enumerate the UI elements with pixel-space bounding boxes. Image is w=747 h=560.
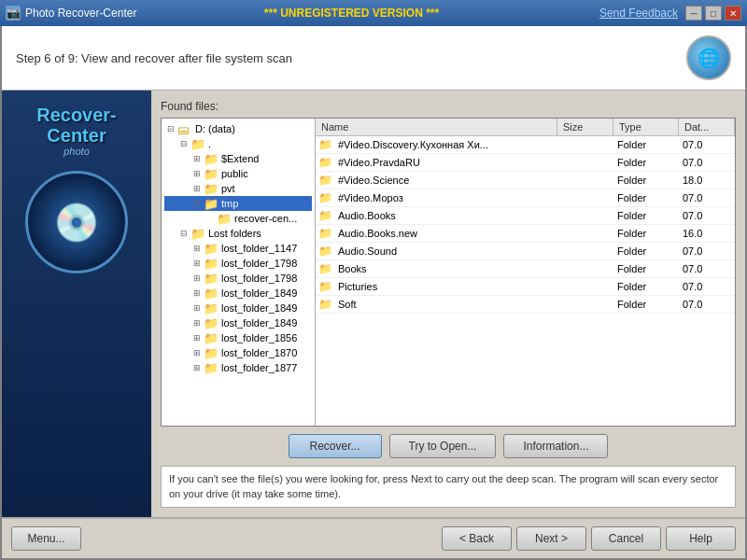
tree-item-label: lost_folder_1856 (221, 332, 297, 343)
expand-icon[interactable] (204, 212, 217, 225)
file-type: Folder (613, 281, 679, 292)
file-row[interactable]: 📁#Video.МорозFolder07.0 (316, 189, 735, 207)
file-row[interactable]: 📁Audio.SoundFolder07.0 (316, 243, 735, 260)
file-row[interactable]: 📁PicturiesFolder07.0 (316, 278, 735, 296)
file-row[interactable]: 📁SoftFolder07.0 (316, 296, 735, 314)
file-type: Folder (613, 263, 679, 274)
recover-button[interactable]: Recover... (289, 434, 382, 458)
file-type: Folder (613, 299, 679, 310)
menu-button[interactable]: Menu... (11, 526, 81, 551)
file-list-panel[interactable]: Name Size Type Dat... 📁#Video.Discovery.… (316, 119, 735, 426)
tree-item[interactable]: ⊞📁lost_folder_1877 (164, 360, 312, 375)
folder-icon: 📁 (204, 362, 218, 373)
file-row[interactable]: 📁Audio.BooksFolder07.0 (316, 207, 735, 225)
file-name: Books (334, 263, 557, 274)
expand-icon[interactable]: ⊟ (177, 137, 190, 150)
file-row[interactable]: 📁#Video.PravdaRUFolder07.0 (316, 154, 735, 172)
send-feedback-link[interactable]: Send Feedback (514, 7, 678, 20)
information-button[interactable]: Information... (503, 434, 608, 458)
file-name: #Video.Discovery.Кухонная Хи... (334, 139, 557, 150)
folder-icon: 📁 (204, 258, 218, 269)
expand-icon[interactable]: ⊞ (190, 182, 204, 195)
tree-item[interactable]: ⊞📁lost_folder_1798 (164, 271, 312, 286)
col-header-size[interactable]: Size (557, 119, 613, 135)
file-row[interactable]: 📁#Video.Discovery.Кухонная Хи...Folder07… (316, 136, 735, 154)
file-icon: 📁 (316, 138, 334, 151)
close-button[interactable]: ✕ (725, 6, 741, 21)
file-icon: 📁 (316, 209, 334, 222)
expand-icon[interactable]: ⊞ (190, 242, 204, 255)
tree-item[interactable]: ⊟📁tmp (164, 196, 312, 211)
registration-status: *** UNREGISTERED VERSION *** (189, 7, 515, 20)
file-date: 07.0 (679, 299, 735, 310)
back-button[interactable]: < Back (442, 526, 512, 551)
expand-icon[interactable]: ⊞ (190, 167, 204, 180)
tree-item[interactable]: ⊞📁lost_folder_1849 (164, 315, 312, 330)
tree-item[interactable]: ⊞📁lost_folder_1870 (164, 345, 312, 360)
tree-item-label: lost_folder_1870 (221, 347, 297, 358)
file-type: Folder (613, 245, 679, 257)
tree-item[interactable]: ⊞📁lost_folder_1856 (164, 330, 312, 345)
expand-icon[interactable]: ⊞ (190, 361, 204, 374)
file-name: Soft (334, 299, 557, 310)
col-header-type[interactable]: Type (613, 119, 679, 135)
expand-icon[interactable]: ⊞ (190, 287, 204, 300)
file-row[interactable]: 📁Audio.Books.newFolder16.0 (316, 225, 735, 243)
expand-icon[interactable]: ⊞ (190, 272, 204, 285)
file-tree-panel[interactable]: ⊟ 🖴 D: (data) ⊟📁.⊞📁$Extend⊞📁public⊞📁pvt⊟… (162, 119, 316, 426)
folder-icon: 📁 (190, 228, 205, 239)
tree-item-label: lost_folder_1877 (221, 362, 297, 373)
folder-icon: 📁 (217, 213, 232, 224)
maximize-button[interactable]: □ (705, 6, 722, 21)
expand-icon[interactable]: ⊟ (177, 227, 190, 240)
folder-icon: 📁 (204, 153, 218, 164)
expand-icon[interactable]: ⊞ (190, 331, 204, 344)
tree-item[interactable]: ⊞📁lost_folder_1849 (164, 286, 312, 301)
expand-icon[interactable]: ⊞ (190, 257, 204, 270)
file-row[interactable]: 📁#Video.ScienceFolder18.0 (316, 172, 735, 189)
file-name: #Video.Science (334, 175, 557, 186)
tree-item-label: Lost folders (208, 228, 261, 239)
file-row[interactable]: 📁BooksFolder07.0 (316, 260, 735, 278)
expand-icon[interactable]: ⊞ (190, 346, 204, 359)
col-header-name[interactable]: Name (316, 119, 557, 135)
tree-item[interactable]: 📁recover-cen... (164, 211, 312, 226)
expand-icon[interactable]: ⊟ (164, 122, 177, 135)
file-date: 07.0 (679, 157, 735, 168)
file-date: 07.0 (679, 139, 735, 150)
file-name: #Video.PravdaRU (334, 157, 557, 168)
col-header-date[interactable]: Dat... (679, 119, 735, 135)
tree-item[interactable]: ⊞📁$Extend (164, 151, 312, 166)
folder-icon: 📁 (204, 243, 218, 254)
tree-item[interactable]: ⊞📁lost_folder_1147 (164, 241, 312, 256)
tree-item[interactable]: ⊞📁lost_folder_1849 (164, 301, 312, 315)
tree-item[interactable]: ⊟📁Lost folders (164, 226, 312, 241)
tree-item-label: . (208, 138, 211, 149)
cancel-button[interactable]: Cancel (591, 526, 661, 551)
tree-item[interactable]: ⊞📁pvt (164, 181, 312, 196)
file-type: Folder (613, 175, 679, 186)
tree-item[interactable]: ⊟📁. (164, 136, 312, 151)
minimize-button[interactable]: ─ (685, 6, 702, 21)
help-button[interactable]: Help (666, 526, 736, 551)
file-date: 18.0 (679, 175, 735, 186)
tree-item-label: lost_folder_1798 (221, 273, 297, 284)
file-name: Audio.Sound (334, 245, 557, 257)
file-icon: 📁 (316, 174, 334, 187)
file-name: Picturies (334, 281, 557, 292)
app-icon: 📷 (6, 6, 21, 21)
next-button[interactable]: Next > (516, 526, 586, 551)
expand-icon[interactable]: ⊞ (190, 152, 204, 165)
file-name: Audio.Books.new (334, 228, 557, 239)
try-open-button[interactable]: Try to Open... (389, 434, 497, 458)
expand-icon[interactable]: ⊞ (190, 316, 204, 329)
file-type: Folder (613, 192, 679, 203)
tree-root[interactable]: ⊟ 🖴 D: (data) (164, 121, 312, 136)
file-icon: 📁 (316, 245, 334, 258)
sidebar-image: 💿 (25, 171, 128, 273)
tree-item-label: lost_folder_1147 (221, 243, 297, 254)
expand-icon[interactable]: ⊞ (190, 301, 204, 315)
tree-item[interactable]: ⊞📁lost_folder_1798 (164, 256, 312, 271)
expand-icon[interactable]: ⊟ (190, 197, 204, 210)
tree-item[interactable]: ⊞📁public (164, 166, 312, 181)
